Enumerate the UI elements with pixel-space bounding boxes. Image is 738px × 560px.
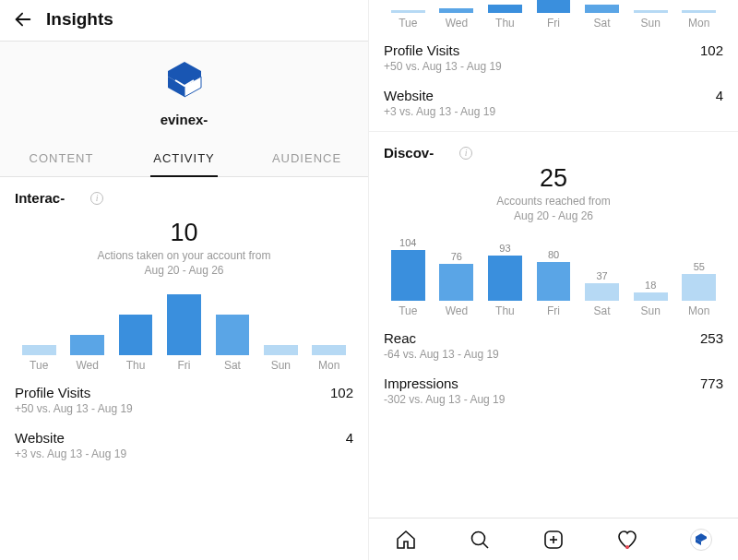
discovery-summary: 25 Accounts reached from Aug 20 - Aug 26 — [369, 164, 738, 227]
bar-fri: 80 — [530, 234, 578, 301]
metric-delta: +3 vs. Aug 13 - Aug 19 — [15, 447, 353, 460]
metric-label: Impressions — [384, 375, 458, 391]
bar — [216, 315, 250, 355]
bar — [488, 256, 522, 301]
bar — [167, 294, 201, 355]
discovery-xaxis: TueWedThuFriSatSunMon — [382, 301, 725, 317]
bar — [634, 10, 668, 13]
bar-value-label: 76 — [451, 251, 462, 262]
bar-thu — [481, 0, 530, 13]
bar-thu — [112, 289, 160, 355]
bar-value-label: 104 — [399, 237, 416, 248]
interactions-title: Interac- — [15, 190, 65, 206]
insights-tabs: CONTENT ACTIVITY AUDIENCE — [0, 142, 368, 177]
xaxis-label: Fri — [530, 304, 578, 317]
bar-sun — [626, 0, 675, 13]
bar — [682, 10, 716, 13]
metric-impressions: Impressions 773 -302 vs. Aug 13 - Aug 19 — [369, 364, 738, 410]
metric-delta: +50 vs. Aug 13 - Aug 19 — [15, 402, 353, 415]
bar — [537, 262, 571, 301]
bar-sat — [208, 289, 256, 355]
interactions-section-head: Interac- i — [0, 177, 368, 209]
profile-block: evinex- CONTENT ACTIVITY AUDIENCE — [0, 42, 368, 177]
bar-mon — [305, 289, 353, 355]
bar-tue: 104 — [384, 234, 433, 301]
bar-fri — [530, 0, 578, 13]
home-icon[interactable] — [394, 528, 418, 552]
xaxis-label: Thu — [112, 359, 160, 372]
bar — [585, 283, 619, 302]
bar-value-label: 80 — [548, 249, 559, 260]
profile-logo[interactable] — [162, 58, 207, 102]
xaxis-label: Sat — [577, 17, 626, 30]
xaxis-label: Fri — [530, 17, 578, 30]
metric-value: 102 — [700, 42, 723, 58]
interactions-chart: TueWedThuFriSatSunMon — [0, 281, 368, 374]
profile-avatar[interactable] — [689, 528, 713, 552]
svg-line-5 — [483, 542, 489, 548]
bar — [22, 345, 56, 355]
right-panel: TueWedThuFriSatSunMon Profile Visits 102… — [369, 0, 738, 560]
bar — [634, 292, 668, 302]
xaxis-label: Sun — [256, 359, 304, 372]
interactions-xaxis: TueWedThuFriSatSunMon — [13, 355, 355, 372]
tab-content[interactable]: CONTENT — [0, 142, 123, 176]
bar-tue — [15, 289, 63, 355]
bottom-nav — [369, 518, 738, 560]
bar-wed — [433, 0, 482, 13]
bar-value-label: 37 — [596, 270, 607, 281]
bar — [391, 250, 425, 301]
new-post-icon[interactable] — [542, 528, 565, 552]
tab-activity[interactable]: ACTIVITY — [123, 142, 245, 176]
metric-profile-visits: Profile Visits 102 +50 vs. Aug 13 - Aug … — [0, 374, 368, 419]
xaxis-label: Thu — [481, 17, 530, 30]
xaxis-label: Sat — [577, 304, 626, 317]
metric-value: 773 — [700, 375, 723, 391]
metric-label: Profile Visits — [15, 385, 90, 400]
left-panel: Insights evinex- CONTENT ACTIVITY AUDIEN… — [0, 0, 369, 560]
metric-label: Website — [15, 430, 65, 446]
xaxis-label: Thu — [481, 304, 530, 317]
metric-delta: -64 vs. Aug 13 - Aug 19 — [384, 348, 723, 361]
metric-label: Profile Visits — [384, 42, 459, 58]
metric-label: Reac — [384, 330, 416, 346]
info-icon[interactable]: i — [459, 147, 472, 160]
xaxis-label: Mon — [305, 359, 353, 372]
bar-value-label: 18 — [645, 280, 656, 291]
activity-icon[interactable] — [615, 528, 639, 552]
bar — [585, 5, 619, 13]
metric-delta: -302 vs. Aug 13 - Aug 19 — [384, 393, 723, 406]
interactions-subtitle: Actions taken on your account from Aug 2… — [37, 249, 331, 278]
bar — [70, 335, 104, 355]
notification-dot-icon — [625, 545, 629, 549]
discovery-count: 25 — [406, 164, 701, 193]
bar — [119, 315, 153, 355]
info-icon[interactable]: i — [90, 192, 103, 205]
metric-website: Website 4 +3 vs. Aug 13 - Aug 19 — [369, 77, 738, 122]
xaxis-label: Fri — [160, 359, 208, 372]
metric-website: Website 4 +3 vs. Aug 13 - Aug 19 — [0, 419, 368, 464]
metric-value: 4 — [716, 88, 723, 103]
bar-wed — [63, 289, 111, 355]
insights-header: Insights — [0, 0, 368, 41]
xaxis-label: Tue — [384, 304, 433, 317]
interactions-bars-cropped — [382, 0, 725, 13]
xaxis-label: Sun — [626, 304, 675, 317]
tab-audience[interactable]: AUDIENCE — [245, 142, 368, 176]
interactions-count: 10 — [37, 219, 331, 247]
xaxis-label: Sat — [208, 359, 256, 372]
bar — [488, 5, 522, 13]
xaxis-label: Mon — [674, 304, 723, 317]
metric-value: 4 — [346, 430, 353, 446]
interactions-chart-cropped: TueWedThuFriSatSunMon — [369, 0, 738, 31]
metric-value: 253 — [700, 330, 723, 346]
bar-tue — [384, 0, 433, 13]
discovery-bars: 104769380371855 — [382, 234, 725, 301]
discovery-subtitle: Accounts reached from Aug 20 - Aug 26 — [406, 195, 701, 223]
username[interactable]: evinex- — [0, 112, 368, 127]
back-arrow-icon[interactable] — [13, 9, 33, 30]
bar-sat: 37 — [577, 234, 626, 301]
search-icon[interactable] — [468, 528, 492, 552]
xaxis-label: Tue — [15, 359, 63, 372]
interactions-bars — [13, 289, 355, 355]
